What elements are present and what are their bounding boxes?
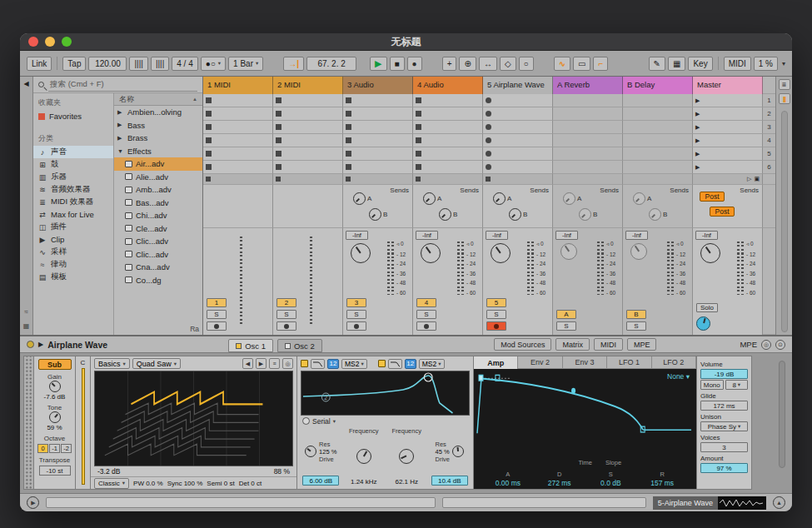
volume-value[interactable]: -19 dB	[700, 369, 748, 379]
scene-number[interactable]: 2	[763, 107, 775, 121]
browser-item[interactable]: Alie...adv	[114, 171, 202, 184]
filter1-drive-knob[interactable]	[305, 446, 316, 457]
minimize-window-button[interactable]	[45, 37, 55, 47]
cpu-caret-icon[interactable]: ▾	[782, 60, 785, 67]
semi-value[interactable]: Semi 0 st	[207, 480, 234, 487]
volume-knob[interactable]	[351, 243, 371, 263]
clip-slot[interactable]	[623, 161, 693, 174]
clip-slot[interactable]	[553, 134, 623, 147]
midi-overdub-button[interactable]: +	[442, 57, 457, 71]
clip-slot[interactable]	[273, 121, 343, 134]
osc-gain-value[interactable]: -3.2 dB	[97, 467, 120, 476]
tab-mod-sources[interactable]: Mod Sources	[494, 338, 551, 351]
master-post-button[interactable]: Post	[710, 207, 735, 217]
mixer-sections-icon[interactable]: |||	[779, 93, 790, 104]
filter2-res-value[interactable]: 45 %	[435, 448, 449, 456]
filter2-drive-value[interactable]: 10.4 dB	[431, 476, 468, 486]
filter1-slope[interactable]: 12	[327, 359, 339, 369]
arrangement-position-field[interactable]: 67. 2. 2	[306, 57, 356, 71]
stop-clip-slot[interactable]	[413, 174, 483, 185]
filter1-circuit-select[interactable]: MS2▾	[341, 359, 367, 369]
browser-item[interactable]: Bas...adv	[114, 197, 202, 210]
clip-slot[interactable]	[203, 94, 273, 107]
clip-slot[interactable]	[273, 134, 343, 147]
volume-knob[interactable]	[560, 243, 577, 260]
clip-slot[interactable]	[483, 94, 553, 107]
key-map-button[interactable]: Key	[688, 57, 712, 71]
search-input[interactable]: 搜索 (Cmd + F)	[48, 78, 197, 92]
clip-slot[interactable]: ▶	[693, 134, 763, 147]
send-b-knob[interactable]: B	[369, 208, 387, 221]
filter2-circuit-select[interactable]: MS2▾	[419, 359, 445, 369]
browser-item[interactable]: Chi...adv	[114, 209, 202, 222]
browser-item[interactable]: ▶Ambien...olving	[114, 106, 202, 119]
automation-arm-icon[interactable]: ⊕	[459, 57, 476, 71]
peak-level-field[interactable]: -Inf	[346, 231, 368, 240]
cpu-meter[interactable]: 1 %	[754, 57, 778, 71]
capture-midi-icon[interactable]: ◇	[500, 57, 516, 71]
help-view-icon[interactable]: ▦	[23, 322, 30, 330]
link-button[interactable]: Link	[27, 57, 52, 71]
glide-value[interactable]: 172 ms	[700, 401, 748, 411]
zoom-window-button[interactable]	[62, 37, 72, 47]
track-header[interactable]: 3 Audio	[343, 77, 413, 94]
decay-value[interactable]: 272 ms	[548, 479, 571, 487]
sidebar-item-favorites[interactable]: Favorites	[33, 110, 113, 122]
clip-slot[interactable]	[343, 107, 413, 121]
clip-slot[interactable]	[483, 134, 553, 147]
nudge-up-icon[interactable]: ||||	[151, 57, 169, 71]
tab-lfo1[interactable]: LFO 1	[607, 356, 651, 369]
wavetable-category-select[interactable]: Basics▾	[94, 358, 130, 369]
tab-env3[interactable]: Env 3	[563, 356, 607, 369]
unison-mode-select[interactable]: Phase Sy▾	[700, 421, 748, 431]
draw-automation-icon[interactable]: ⌐	[593, 57, 608, 71]
filter2-frequency-knob[interactable]	[399, 449, 414, 464]
clip-slot[interactable]: ▶	[693, 107, 763, 121]
clip-slot[interactable]	[273, 147, 343, 161]
sidebar-category-3[interactable]: ≋音频效果器	[33, 183, 113, 196]
tone-value[interactable]: 59 %	[47, 424, 62, 431]
scene-number[interactable]: 1	[763, 94, 775, 107]
octave-0-button[interactable]: 0	[37, 444, 48, 453]
release-value[interactable]: 157 ms	[650, 479, 674, 487]
tab-midi[interactable]: MIDI	[594, 338, 623, 351]
gain-knob[interactable]	[49, 381, 61, 392]
peak-level-field[interactable]: -Inf	[416, 231, 438, 240]
stop-button[interactable]: ■	[390, 57, 405, 71]
device-drag-handle[interactable]	[23, 356, 34, 490]
clip-slot[interactable]	[553, 161, 623, 174]
sidebar-category-4[interactable]: ≣MIDI 效果器	[33, 196, 113, 208]
clip-slot[interactable]	[343, 121, 413, 134]
clip-slot[interactable]	[483, 121, 553, 134]
peak-level-field[interactable]: -Inf	[555, 231, 578, 240]
filter-routing-select[interactable]: Serial ▾	[297, 416, 473, 426]
clip-slot[interactable]	[623, 147, 693, 161]
track-activator[interactable]: 1	[207, 298, 227, 307]
track-header[interactable]: 2 MIDI	[273, 77, 343, 94]
device-fold-icon[interactable]: ▶	[38, 341, 43, 348]
tab-osc-2[interactable]: Osc 2	[277, 339, 322, 352]
browser-item[interactable]: Cle...adv	[114, 222, 202, 236]
arm-button[interactable]	[207, 321, 227, 331]
wavetable-list-icon[interactable]: ≡	[269, 358, 280, 369]
volume-knob[interactable]	[630, 243, 647, 260]
groove-pool-icon[interactable]: ≈	[24, 308, 27, 316]
reenable-automation-icon[interactable]: ↔	[479, 57, 497, 71]
clip-slot[interactable]	[273, 94, 343, 107]
nudge-down-icon[interactable]: ||||	[129, 57, 147, 71]
computer-midi-keyboard-icon[interactable]: ▦	[668, 57, 685, 71]
gain-value[interactable]: -7.6 dB	[44, 393, 66, 401]
track-activator[interactable]: A	[556, 310, 576, 319]
clip-slot[interactable]: ▶	[693, 161, 763, 174]
filter1-drive-value[interactable]: 6.00 dB	[302, 476, 339, 486]
vertical-scrollbar[interactable]	[781, 111, 788, 332]
solo-button[interactable]: S	[556, 321, 576, 331]
clip-slot[interactable]	[413, 121, 483, 134]
clip-slot[interactable]	[203, 107, 273, 121]
filter2-slope[interactable]: 12	[405, 359, 416, 369]
scene-number[interactable]: 5	[763, 147, 775, 161]
clip-slot[interactable]	[273, 161, 343, 174]
filter1-toggle[interactable]	[301, 360, 308, 367]
peak-level-field[interactable]: -Inf	[695, 231, 718, 240]
tab-amp[interactable]: Amp	[474, 356, 518, 369]
